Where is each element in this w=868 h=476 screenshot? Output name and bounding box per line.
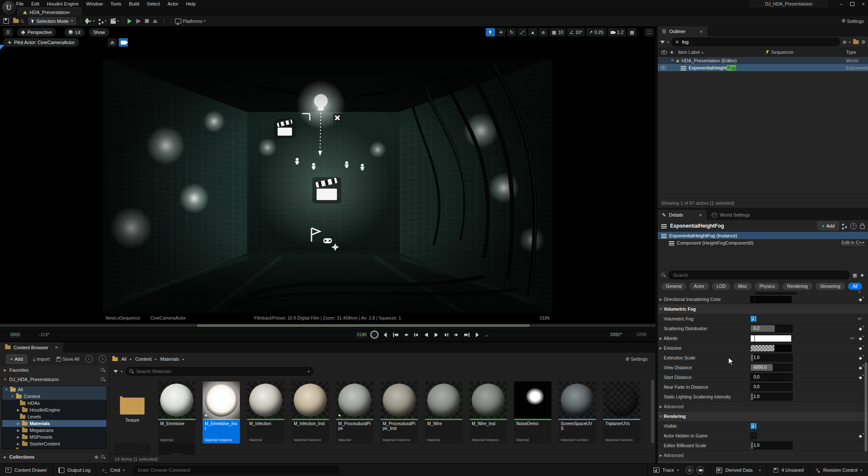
color-swatch-black[interactable] (750, 296, 792, 303)
tree-item-megascans[interactable]: ▶Megascans (2, 427, 106, 434)
output-log-button[interactable]: Output Log (53, 464, 96, 476)
unsaved-button[interactable]: 4 Unsaved (767, 464, 810, 476)
collections-expander[interactable]: ▶Collections ⊕ (0, 452, 108, 462)
tab-world-settings[interactable]: World Settings (707, 210, 755, 220)
asset-view-scrollbar[interactable] (651, 380, 654, 443)
section-volumetric-fog[interactable]: ▼Volumetric Fog (658, 304, 868, 314)
timeline-start-frame[interactable]: 0000 (10, 332, 20, 337)
level-viewport[interactable]: ☰ Perspective Lit Show ✛ ↻ ⤢ ▲ 🜨 ▦10 ∠10… (0, 26, 655, 342)
favorites-expander[interactable]: ▶Favorites (0, 365, 108, 375)
timeline-out-frame[interactable]: 0391* (610, 332, 622, 337)
create-folder-icon[interactable] (853, 40, 859, 44)
search-options-chevron[interactable]: ▾ (308, 370, 309, 373)
import-button[interactable]: ⤓Import (33, 356, 50, 362)
asset-tile[interactable]: NoiseDemoMaterial (514, 381, 551, 443)
favorites-filter-icon[interactable]: ★ (860, 273, 864, 278)
row-visibility-icon[interactable] (660, 66, 666, 70)
camera-speed-toggle[interactable]: 1.2 (607, 28, 626, 36)
timeline-current-frame[interactable]: 0186 (357, 332, 367, 337)
slider-input[interactable]: 6000.0 (750, 364, 793, 371)
tree-item-mspresets[interactable]: ▶MSPresets (2, 434, 106, 440)
outliner-column-header[interactable]: ★ Item Label ▴ Sequencer Type (658, 47, 868, 57)
asset-tile[interactable]: M_ProceuduralPipe_InstMaterial Instance (381, 381, 418, 443)
outliner-search-box[interactable]: ✕ (671, 38, 840, 46)
visibility-column-icon[interactable] (661, 50, 667, 54)
create-binding-icon[interactable]: ◆ (859, 336, 862, 341)
sequencer-range-thumb[interactable] (197, 324, 530, 327)
console-command-input[interactable] (137, 467, 336, 473)
checkbox-checked[interactable]: ✓ (750, 315, 757, 322)
move-tool-icon[interactable]: ✛ (496, 28, 506, 36)
tree-item-all[interactable]: ▼All (2, 386, 106, 393)
viewport-options-icon[interactable]: ☰ (3, 28, 13, 36)
forward-icon[interactable]: › (99, 355, 106, 363)
color-swatch-emissive[interactable] (750, 345, 792, 352)
menu-file[interactable]: File (16, 1, 24, 6)
play-button[interactable] (128, 19, 132, 24)
outliner-search-input[interactable] (681, 39, 836, 45)
filter-rendering[interactable]: Rendering (782, 283, 812, 290)
close-button[interactable]: × (862, 1, 865, 6)
back-icon[interactable]: ‹ (85, 355, 93, 363)
stop-piloting-icon[interactable] (108, 38, 117, 47)
tree-item-engine[interactable]: ▶Engine (2, 447, 106, 449)
checkbox-checked[interactable]: ✓ (750, 423, 757, 429)
asset-tile[interactable]: M_Wire_InstMaterial Instance (470, 381, 507, 443)
create-binding-icon[interactable]: ◆ (859, 326, 862, 331)
play-forward-icon[interactable] (433, 332, 440, 337)
create-binding-icon[interactable]: ◆ (859, 356, 862, 360)
set-out-marker-icon[interactable] (474, 332, 480, 337)
asset-tile[interactable]: M_WireMaterial (425, 381, 462, 443)
section-rendering[interactable]: ▼Rendering (658, 412, 868, 421)
project-expander[interactable]: ▼DJ_HDA_Presentatuion (0, 375, 108, 384)
add-collection-icon[interactable]: ⊕ (95, 454, 98, 460)
asset-tile-selected[interactable]: ★ M_Emmisive_InstMaterial Instance (203, 381, 240, 443)
add-actor-button[interactable]: +▾ (85, 19, 95, 24)
tab-details[interactable]: ✎ Details ✕ (658, 210, 707, 220)
viewport-layouts-icon[interactable]: ▦ (627, 28, 637, 36)
revision-control-dropdown[interactable]: Revision Control ▾ (810, 464, 868, 476)
asset-tile[interactable]: ★ M_ProceuduralPipeMaterial (336, 381, 373, 443)
platforms-dropdown[interactable]: Platforms▾ (175, 19, 205, 24)
advanced-expander[interactable]: ▶Advanced (658, 451, 868, 460)
property-actor-hidden-in-game[interactable]: Actor Hidden In Game ◆ (658, 431, 868, 441)
menu-edit[interactable]: Edit (31, 1, 39, 6)
component-row-instance[interactable]: ExponentialHeightFog (Instance) (658, 232, 868, 239)
advanced-expander[interactable]: ▶Advanced (658, 402, 868, 412)
set-in-marker-icon[interactable] (382, 332, 389, 337)
collections-search-icon[interactable] (101, 455, 105, 459)
property-albedo[interactable]: ▶Albedo ↩◆ (658, 334, 868, 343)
jump-to-start-icon[interactable] (392, 332, 399, 337)
project-search-icon[interactable] (101, 377, 105, 381)
show-dropdown[interactable]: Show (89, 28, 109, 36)
minimize-button[interactable]: – (840, 1, 842, 6)
asset-tile[interactable]: M_InfectionMaterial (247, 381, 284, 443)
property-volumetric-fog[interactable]: Volumetric Fog ✓ ↩ (658, 314, 868, 324)
browse-content-icon[interactable] (13, 19, 24, 23)
blueprint-convert-icon[interactable] (842, 224, 847, 228)
slider-input[interactable]: 0.2 (750, 325, 793, 332)
property-directional-inscattering-color[interactable]: ▶Directional Inscattering Color ◆ (658, 295, 868, 304)
skip-button[interactable] (136, 19, 141, 23)
record-button[interactable] (370, 331, 378, 339)
menu-select[interactable]: Select (147, 1, 160, 6)
details-search-input[interactable] (672, 272, 846, 278)
color-swatch-white[interactable] (750, 335, 792, 342)
add-component-button[interactable]: +Add (818, 222, 839, 230)
asset-filter-chevron[interactable]: ▾ (121, 370, 122, 373)
property-static-lighting-scattering-intensity[interactable]: Static Lighting Scattering Intensity 1.0 (658, 392, 868, 402)
lit-dropdown[interactable]: Lit (64, 28, 85, 36)
create-binding-icon[interactable]: ◆ (859, 365, 862, 370)
breadcrumb-content[interactable]: Content (135, 356, 152, 362)
component-row-heightfog[interactable]: Component (HeightFogComponent0) Edit in … (658, 239, 868, 246)
create-binding-icon[interactable]: ◆ (859, 375, 862, 380)
tree-item-materials[interactable]: ▶Materials (2, 420, 106, 427)
surface-snap-icon[interactable]: ▲ (528, 28, 537, 36)
world-local-icon[interactable]: 🜨 (539, 28, 548, 36)
filter-streaming[interactable]: Streaming (815, 283, 845, 290)
details-search-box[interactable] (668, 271, 850, 279)
lock-details-icon[interactable] (860, 225, 865, 229)
numeric-input[interactable]: 1.0 (750, 393, 793, 401)
asset-tile[interactable]: ScreenSpaceUVSMaterial Function (559, 381, 596, 443)
rotate-tool-icon[interactable]: ↻ (507, 28, 516, 36)
